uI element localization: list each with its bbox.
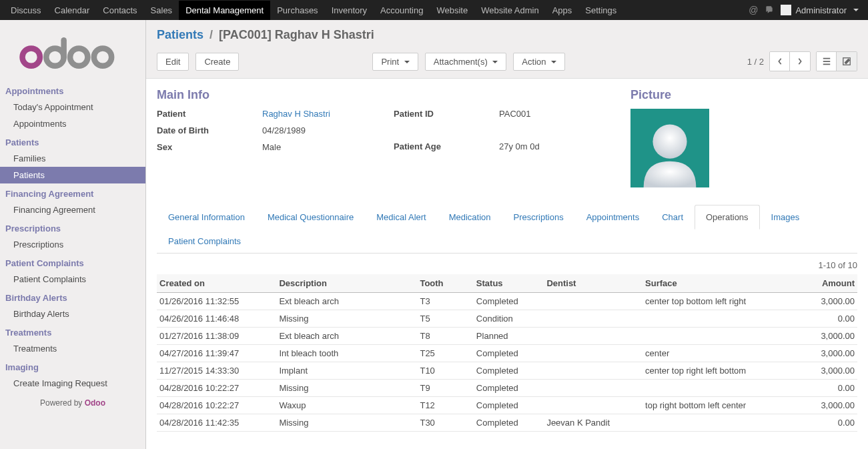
sidebar-item-families[interactable]: Families bbox=[0, 150, 145, 167]
table-range: 1-10 of 10 bbox=[157, 254, 857, 274]
action-dropdown[interactable]: Action bbox=[513, 53, 565, 71]
sidebar-header-prescriptions[interactable]: Prescriptions bbox=[0, 218, 145, 236]
chevron-down-icon bbox=[404, 61, 410, 63]
chevron-down-icon bbox=[551, 61, 556, 63]
topnav-item-discuss[interactable]: Discuss bbox=[4, 1, 48, 20]
col-status[interactable]: Status bbox=[474, 274, 544, 293]
pager-text: 1 / 2 bbox=[747, 57, 764, 67]
svg-point-0 bbox=[23, 48, 40, 65]
sidebar-header-birthday-alerts[interactable]: Birthday Alerts bbox=[0, 288, 145, 306]
print-dropdown[interactable]: Print bbox=[372, 53, 418, 71]
topnav-item-sales[interactable]: Sales bbox=[144, 1, 179, 20]
sidebar-item-patient-complaints[interactable]: Patient Complaints bbox=[0, 271, 145, 288]
topnav-item-accounting[interactable]: Accounting bbox=[374, 1, 430, 20]
top-navbar: DiscussCalendarContactsSalesDental Manag… bbox=[0, 0, 868, 20]
col-tooth[interactable]: Tooth bbox=[417, 274, 473, 293]
picture-title: Picture bbox=[630, 88, 709, 102]
patient-id-label: Patient ID bbox=[394, 109, 499, 119]
chevron-down-icon bbox=[492, 61, 498, 63]
table-row[interactable]: 04/28/2016 10:22:27WaxupT12Completedtop … bbox=[157, 397, 857, 414]
tab-patient-complaints[interactable]: Patient Complaints bbox=[157, 229, 252, 254]
tab-prescriptions[interactable]: Prescriptions bbox=[502, 205, 575, 230]
svg-point-3 bbox=[94, 48, 111, 65]
topnav-item-website[interactable]: Website bbox=[430, 1, 474, 20]
edit-button[interactable]: Edit bbox=[157, 53, 189, 71]
sidebar-item-treatments[interactable]: Treatments bbox=[0, 340, 145, 357]
table-row[interactable]: 01/27/2016 11:38:09Ext bleach archT8Plan… bbox=[157, 328, 857, 345]
attachments-dropdown[interactable]: Attachment(s) bbox=[425, 53, 507, 71]
toolbar: Edit Create Print Attachment(s) Action 1… bbox=[146, 46, 868, 79]
at-icon[interactable]: @ bbox=[749, 5, 758, 15]
col-created-on[interactable]: Created on bbox=[157, 274, 276, 293]
chat-icon[interactable] bbox=[765, 5, 774, 16]
sidebar-header-patients[interactable]: Patients bbox=[0, 132, 145, 150]
main-info-title: Main Info bbox=[157, 88, 394, 102]
patient-age-value: 27y 0m 0d bbox=[499, 141, 540, 151]
patient-id-value: PAC001 bbox=[499, 109, 530, 119]
sidebar-item-financing-agreement[interactable]: Financing Agreement bbox=[0, 201, 145, 218]
sidebar-item-patients[interactable]: Patients bbox=[0, 167, 145, 183]
topnav-item-settings[interactable]: Settings bbox=[578, 1, 623, 20]
col-dentist[interactable]: Dentist bbox=[544, 274, 642, 293]
table-row[interactable]: 04/28/2016 11:42:35MissingT30CompletedJe… bbox=[157, 414, 857, 432]
tab-medical-alert[interactable]: Medical Alert bbox=[365, 205, 437, 230]
sidebar-item-prescriptions[interactable]: Prescriptions bbox=[0, 236, 145, 253]
table-row[interactable]: 04/27/2016 11:39:47Int bleach toothT25Co… bbox=[157, 345, 857, 362]
topnav-item-contacts[interactable]: Contacts bbox=[96, 1, 143, 20]
pager-next-button[interactable] bbox=[790, 52, 810, 71]
patient-label: Patient bbox=[157, 109, 262, 119]
patient-value[interactable]: Raghav H Shastri bbox=[262, 109, 330, 119]
topnav-item-website-admin[interactable]: Website Admin bbox=[474, 1, 545, 20]
sidebar-item-birthday-alerts[interactable]: Birthday Alerts bbox=[0, 306, 145, 322]
tab-appointments[interactable]: Appointments bbox=[575, 205, 651, 230]
tabs: General InformationMedical Questionnaire… bbox=[157, 205, 857, 254]
sidebar-header-patient-complaints[interactable]: Patient Complaints bbox=[0, 253, 145, 271]
sidebar-header-treatments[interactable]: Treatments bbox=[0, 322, 145, 340]
tab-chart[interactable]: Chart bbox=[650, 205, 695, 230]
sex-value: Male bbox=[262, 142, 281, 152]
pager-prev-button[interactable] bbox=[770, 52, 790, 71]
dob-label: Date of Birth bbox=[157, 125, 262, 135]
operations-table: Created onDescriptionToothStatusDentistS… bbox=[157, 274, 857, 432]
view-list-button[interactable] bbox=[817, 52, 837, 71]
breadcrumb-link-patients[interactable]: Patients bbox=[157, 28, 203, 41]
sidebar-header-financing-agreement[interactable]: Financing Agreement bbox=[0, 183, 145, 201]
col-description[interactable]: Description bbox=[276, 274, 417, 293]
col-surface[interactable]: Surface bbox=[642, 274, 794, 293]
view-form-button[interactable] bbox=[837, 52, 857, 71]
col-amount[interactable]: Amount bbox=[794, 274, 857, 293]
topnav-item-inventory[interactable]: Inventory bbox=[325, 1, 374, 20]
dob-value: 04/28/1989 bbox=[262, 125, 306, 135]
breadcrumb-current: [PAC001] Raghav H Shastri bbox=[219, 28, 374, 41]
tab-medication[interactable]: Medication bbox=[438, 205, 502, 230]
tab-images[interactable]: Images bbox=[760, 205, 811, 230]
avatar-icon bbox=[781, 5, 791, 15]
svg-point-6 bbox=[653, 125, 687, 159]
table-row[interactable]: 11/27/2015 14:33:30ImplantT10Completedce… bbox=[157, 362, 857, 380]
logo bbox=[0, 20, 145, 81]
table-row[interactable]: 01/26/2016 11:32:55Ext bleach archT3Comp… bbox=[157, 293, 857, 310]
tab-operations[interactable]: Operations bbox=[695, 205, 760, 230]
sidebar-item-today-s-appointment[interactable]: Today's Appointment bbox=[0, 99, 145, 115]
sidebar-item-appointments[interactable]: Appointments bbox=[0, 115, 145, 132]
sidebar-header-imaging[interactable]: Imaging bbox=[0, 357, 145, 375]
chevron-down-icon bbox=[853, 9, 859, 11]
topnav-item-dental-management[interactable]: Dental Management bbox=[179, 1, 270, 20]
table-row[interactable]: 04/28/2016 10:22:27MissingT9Completed0.0… bbox=[157, 380, 857, 397]
table-row[interactable]: 04/26/2016 11:46:48MissingT5Condition0.0… bbox=[157, 310, 857, 328]
tab-general-information[interactable]: General Information bbox=[157, 205, 256, 230]
sidebar: AppointmentsToday's AppointmentAppointme… bbox=[0, 20, 146, 449]
user-label: Administrator bbox=[795, 5, 847, 15]
topnav-item-calendar[interactable]: Calendar bbox=[48, 1, 97, 20]
topnav-item-apps[interactable]: Apps bbox=[546, 1, 579, 20]
svg-point-2 bbox=[70, 48, 87, 65]
create-button[interactable]: Create bbox=[195, 53, 239, 71]
breadcrumb: Patients / [PAC001] Raghav H Shastri bbox=[146, 20, 868, 46]
sidebar-item-create-imaging-request[interactable]: Create Imaging Request bbox=[0, 375, 145, 392]
tab-medical-questionnaire[interactable]: Medical Questionnaire bbox=[256, 205, 365, 230]
sex-label: Sex bbox=[157, 142, 262, 152]
patient-avatar bbox=[630, 109, 709, 187]
topnav-item-purchases[interactable]: Purchases bbox=[270, 1, 324, 20]
sidebar-header-appointments[interactable]: Appointments bbox=[0, 81, 145, 99]
user-menu[interactable]: Administrator bbox=[781, 5, 859, 15]
